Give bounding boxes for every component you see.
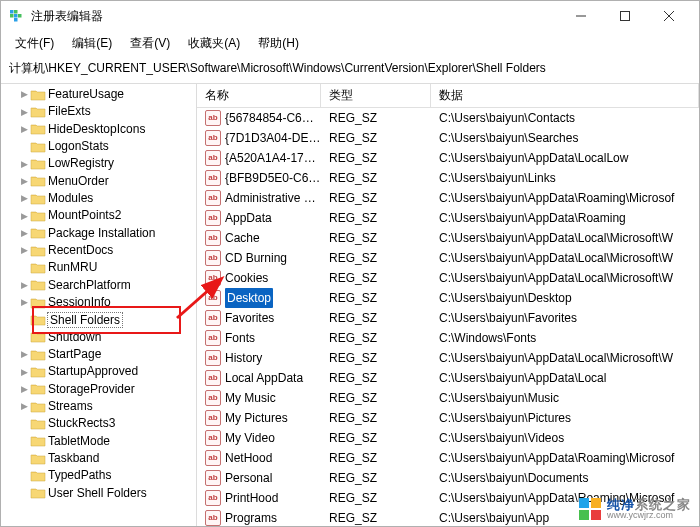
expand-icon[interactable]: ▶ xyxy=(19,190,29,207)
tree-item[interactable]: ▶HideDesktopIcons xyxy=(19,121,196,138)
expand-icon[interactable]: ▶ xyxy=(19,225,29,242)
menu-help[interactable]: 帮助(H) xyxy=(250,33,307,54)
expand-icon[interactable]: ▶ xyxy=(19,381,29,398)
table-row[interactable]: abNetHoodREG_SZC:\Users\baiyun\AppData\R… xyxy=(197,448,699,468)
tree-item[interactable]: ▶Modules xyxy=(19,190,196,207)
tree-item[interactable]: ▶StorageProvider xyxy=(19,381,196,398)
address-bar[interactable]: 计算机\HKEY_CURRENT_USER\Software\Microsoft… xyxy=(1,56,699,84)
column-name[interactable]: 名称 xyxy=(197,84,321,107)
value-name: Favorites xyxy=(225,308,274,328)
tree-item[interactable]: StuckRects3 xyxy=(19,415,196,432)
folder-icon xyxy=(30,400,46,414)
table-row[interactable]: abAdministrative …REG_SZC:\Users\baiyun\… xyxy=(197,188,699,208)
tree-item[interactable]: LogonStats xyxy=(19,138,196,155)
cell-type: REG_SZ xyxy=(321,228,431,248)
tree-item[interactable]: ▶SearchPlatform xyxy=(19,277,196,294)
table-row[interactable]: abFavoritesREG_SZC:\Users\baiyun\Favorit… xyxy=(197,308,699,328)
expand-icon[interactable]: ▶ xyxy=(19,364,29,381)
tree-item[interactable]: User Shell Folders xyxy=(19,485,196,502)
expand-icon[interactable]: ▶ xyxy=(19,277,29,294)
table-row[interactable]: abDesktopREG_SZC:\Users\baiyun\Desktop xyxy=(197,288,699,308)
expand-icon[interactable]: ▶ xyxy=(19,208,29,225)
table-row[interactable]: ab{A520A1A4-17…REG_SZC:\Users\baiyun\App… xyxy=(197,148,699,168)
tree-item[interactable]: ▶SessionInfo xyxy=(19,294,196,311)
svg-rect-3 xyxy=(14,14,18,18)
tree-item[interactable]: ▶MountPoints2 xyxy=(19,207,196,224)
cell-name: abMy Pictures xyxy=(197,408,321,428)
tree-item[interactable]: RunMRU xyxy=(19,259,196,276)
tree-item[interactable]: Taskband xyxy=(19,450,196,467)
table-row[interactable]: abCD BurningREG_SZC:\Users\baiyun\AppDat… xyxy=(197,248,699,268)
tree-item[interactable]: TypedPaths xyxy=(19,467,196,484)
expand-icon[interactable]: ▶ xyxy=(19,156,29,173)
cell-name: abFavorites xyxy=(197,308,321,328)
table-row[interactable]: abCacheREG_SZC:\Users\baiyun\AppData\Loc… xyxy=(197,228,699,248)
tree-item-label: RecentDocs xyxy=(48,243,113,257)
tree-pane[interactable]: ▶FeatureUsage▶FileExts▶HideDesktopIconsL… xyxy=(1,84,197,526)
tree-item[interactable]: ▶MenuOrder xyxy=(19,173,196,190)
tree-item[interactable]: Shell Folders xyxy=(19,311,196,328)
table-row[interactable]: abFontsREG_SZC:\Windows\Fonts xyxy=(197,328,699,348)
string-value-icon: ab xyxy=(205,190,221,206)
minimize-button[interactable] xyxy=(559,1,603,31)
tree-item[interactable]: Shutdown xyxy=(19,329,196,346)
table-row[interactable]: abPrintHoodREG_SZC:\Users\baiyun\AppData… xyxy=(197,488,699,508)
menu-view[interactable]: 查看(V) xyxy=(122,33,178,54)
table-row[interactable]: ab{BFB9D5E0-C6…REG_SZC:\Users\baiyun\Lin… xyxy=(197,168,699,188)
tree-item[interactable]: ▶LowRegistry xyxy=(19,155,196,172)
tree-item[interactable]: ▶StartPage xyxy=(19,346,196,363)
table-row[interactable]: abHistoryREG_SZC:\Users\baiyun\AppData\L… xyxy=(197,348,699,368)
expand-icon[interactable]: ▶ xyxy=(19,104,29,121)
expand-icon[interactable]: ▶ xyxy=(19,294,29,311)
menu-favorites[interactable]: 收藏夹(A) xyxy=(180,33,248,54)
column-type[interactable]: 类型 xyxy=(321,84,431,107)
tree-item[interactable]: ▶Streams xyxy=(19,398,196,415)
titlebar[interactable]: 注册表编辑器 xyxy=(1,1,699,31)
table-row[interactable]: abMy VideoREG_SZC:\Users\baiyun\Videos xyxy=(197,428,699,448)
tree-item[interactable]: ▶Package Installation xyxy=(19,225,196,242)
tree-item[interactable]: ▶FileExts xyxy=(19,103,196,120)
table-row[interactable]: ab{56784854-C6…REG_SZC:\Users\baiyun\Con… xyxy=(197,108,699,128)
tree-item-label: TypedPaths xyxy=(48,469,111,483)
content-area: ▶FeatureUsage▶FileExts▶HideDesktopIconsL… xyxy=(1,84,699,526)
expand-icon[interactable]: ▶ xyxy=(19,346,29,363)
table-row[interactable]: abLocal AppDataREG_SZC:\Users\baiyun\App… xyxy=(197,368,699,388)
table-row[interactable]: abProgramsREG_SZC:\Users\baiyun\App xyxy=(197,508,699,526)
list-pane[interactable]: 名称 类型 数据 ab{56784854-C6…REG_SZC:\Users\b… xyxy=(197,84,699,526)
list-header[interactable]: 名称 类型 数据 xyxy=(197,84,699,108)
expand-icon[interactable]: ▶ xyxy=(19,242,29,259)
cell-name: ab{56784854-C6… xyxy=(197,108,321,128)
cell-data: C:\Users\baiyun\AppData\Local\Microsoft\… xyxy=(431,348,699,368)
cell-data: C:\Users\baiyun\AppData\LocalLow xyxy=(431,148,699,168)
cell-data: C:\Users\baiyun\Documents xyxy=(431,468,699,488)
menu-edit[interactable]: 编辑(E) xyxy=(64,33,120,54)
tree-item-label: Shutdown xyxy=(48,330,101,344)
table-row[interactable]: abPersonalREG_SZC:\Users\baiyun\Document… xyxy=(197,468,699,488)
expand-icon[interactable]: ▶ xyxy=(19,398,29,415)
table-row[interactable]: abAppDataREG_SZC:\Users\baiyun\AppData\R… xyxy=(197,208,699,228)
tree-item[interactable]: ▶StartupApproved xyxy=(19,363,196,380)
expand-icon[interactable]: ▶ xyxy=(19,173,29,190)
table-row[interactable]: abCookiesREG_SZC:\Users\baiyun\AppData\L… xyxy=(197,268,699,288)
table-row[interactable]: ab{7D1D3A04-DE…REG_SZC:\Users\baiyun\Sea… xyxy=(197,128,699,148)
cell-data: C:\Users\baiyun\AppData\Local\Microsoft\… xyxy=(431,248,699,268)
folder-icon xyxy=(30,452,46,466)
table-row[interactable]: abMy PicturesREG_SZC:\Users\baiyun\Pictu… xyxy=(197,408,699,428)
cell-name: abCache xyxy=(197,228,321,248)
tree-item[interactable]: ▶FeatureUsage xyxy=(19,86,196,103)
string-value-icon: ab xyxy=(205,350,221,366)
maximize-button[interactable] xyxy=(603,1,647,31)
expand-icon[interactable]: ▶ xyxy=(19,121,29,138)
cell-name: ab{BFB9D5E0-C6… xyxy=(197,168,321,188)
close-button[interactable] xyxy=(647,1,691,31)
menu-file[interactable]: 文件(F) xyxy=(7,33,62,54)
menubar: 文件(F) 编辑(E) 查看(V) 收藏夹(A) 帮助(H) xyxy=(1,31,699,56)
string-value-icon: ab xyxy=(205,130,221,146)
value-name: My Music xyxy=(225,388,276,408)
column-data[interactable]: 数据 xyxy=(431,84,699,107)
table-row[interactable]: abMy MusicREG_SZC:\Users\baiyun\Music xyxy=(197,388,699,408)
expand-icon[interactable]: ▶ xyxy=(19,86,29,103)
tree-item[interactable]: TabletMode xyxy=(19,433,196,450)
value-name: NetHood xyxy=(225,448,272,468)
tree-item[interactable]: ▶RecentDocs xyxy=(19,242,196,259)
